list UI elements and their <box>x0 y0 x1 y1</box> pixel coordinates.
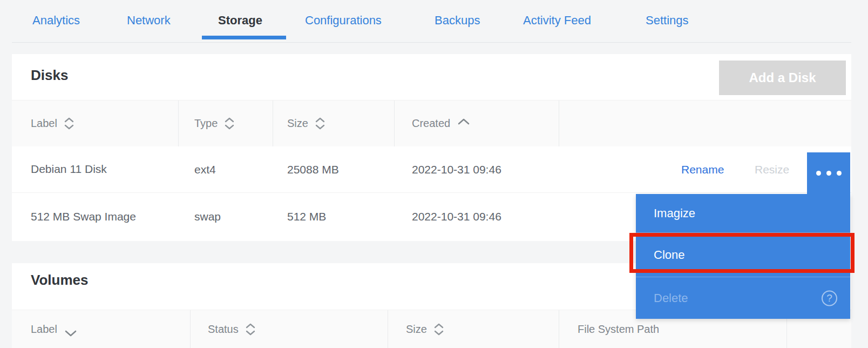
disk-type: ext4 <box>194 146 216 192</box>
column-divider <box>559 101 559 146</box>
disks-table-header: Label Type Size <box>12 100 851 146</box>
tab-bar-divider <box>12 42 851 43</box>
tab-network[interactable]: Network <box>127 14 171 28</box>
tab-bar: Analytics Network Storage Configurations… <box>0 0 868 43</box>
disks-column-label[interactable]: Label <box>12 101 74 146</box>
disks-column-type[interactable]: Type <box>175 101 235 146</box>
menu-item-delete-disabled: Delete ? <box>636 277 850 319</box>
rename-link[interactable]: Rename <box>681 146 724 192</box>
disk-created: 2022-10-31 09:46 <box>412 193 501 240</box>
volumes-column-size-text: Size <box>406 323 427 336</box>
volumes-column-label[interactable]: Label <box>12 310 78 348</box>
disks-column-size-text: Size <box>287 117 308 130</box>
resize-link-disabled: Resize <box>755 146 789 192</box>
sort-both-icon <box>315 117 326 130</box>
sort-both-icon <box>64 117 74 130</box>
volumes-title: Volumes <box>31 272 88 289</box>
disks-column-size[interactable]: Size <box>268 101 326 146</box>
help-icon[interactable]: ? <box>822 290 837 306</box>
volumes-column-status[interactable]: Status <box>189 310 256 348</box>
sort-both-icon <box>245 323 256 336</box>
table-row-debian-disk: Debian 11 Disk ext4 25088 MB 2022-10-31 … <box>12 146 851 192</box>
disk-label: Debian 11 Disk <box>31 146 139 192</box>
menu-item-imagize[interactable]: Imagize <box>636 194 850 232</box>
volumes-column-label-text: Label <box>31 323 57 336</box>
sort-descending-icon <box>64 330 78 337</box>
disks-title: Disks <box>31 67 68 84</box>
disks-column-label-text: Label <box>31 117 57 130</box>
tab-configurations[interactable]: Configurations <box>305 14 382 28</box>
column-divider <box>388 310 388 348</box>
disks-column-created-text: Created <box>412 117 450 130</box>
column-divider <box>190 310 191 348</box>
sort-ascending-icon <box>457 118 471 125</box>
tab-storage[interactable]: Storage <box>218 14 262 28</box>
disk-type: swap <box>194 193 221 240</box>
more-actions-button[interactable] <box>807 152 850 194</box>
disks-column-created[interactable]: Created <box>393 101 471 146</box>
menu-item-delete-label: Delete <box>654 291 688 305</box>
sort-both-icon <box>433 323 444 336</box>
tab-backups[interactable]: Backups <box>435 14 480 28</box>
column-divider <box>559 310 559 348</box>
volumes-column-fs-path-text: File System Path <box>578 323 659 336</box>
ellipsis-dot <box>837 171 842 176</box>
disk-created: 2022-10-31 09:46 <box>412 146 501 192</box>
volumes-column-size[interactable]: Size <box>387 310 444 348</box>
disk-label: 512 MB Swap Image <box>31 193 139 240</box>
disk-size: 512 MB <box>287 193 326 240</box>
tab-settings[interactable]: Settings <box>646 14 689 28</box>
column-divider <box>178 101 179 146</box>
sort-both-icon <box>224 117 235 130</box>
add-a-disk-button[interactable]: Add a Disk <box>719 61 846 95</box>
disk-size: 25088 MB <box>287 146 339 192</box>
ellipsis-dot <box>816 171 821 176</box>
tab-analytics[interactable]: Analytics <box>32 14 80 28</box>
ellipsis-dot <box>826 171 831 176</box>
column-divider <box>273 101 273 146</box>
active-tab-indicator <box>202 36 286 39</box>
disk-actions-menu: Imagize Clone Delete ? <box>636 194 850 319</box>
storage-page: Analytics Network Storage Configurations… <box>0 0 868 348</box>
disks-column-type-text: Type <box>194 117 218 130</box>
volumes-column-status-text: Status <box>208 323 239 336</box>
menu-item-clone[interactable]: Clone <box>636 232 850 277</box>
tab-activity-feed[interactable]: Activity Feed <box>523 14 591 28</box>
column-divider <box>394 101 395 146</box>
